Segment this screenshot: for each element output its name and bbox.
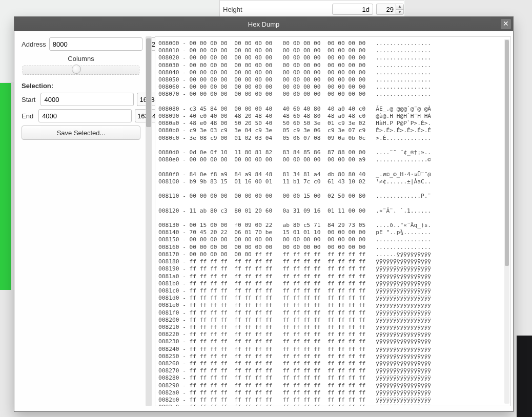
address-hex-input[interactable] (49, 37, 142, 51)
hex-content: 008000 - 00 00 00 00 00 00 00 00 00 00 0… (155, 37, 510, 406)
spinner-down-icon[interactable]: ▼ (396, 10, 403, 15)
end-hex-input[interactable] (38, 109, 132, 122)
start-hex-input[interactable] (40, 93, 134, 106)
dialog-title: Hex Dump (248, 20, 279, 28)
spinner-up-icon[interactable]: ▲ (396, 4, 403, 10)
background-green-strip (0, 83, 11, 290)
columns-slider[interactable] (23, 66, 139, 75)
scrollbar-thumb[interactable] (505, 40, 509, 266)
close-icon: ✕ (503, 19, 509, 28)
height-hex-input[interactable] (332, 4, 373, 15)
panel-divider-scrollbar[interactable] (146, 36, 152, 406)
close-button[interactable]: ✕ (501, 19, 511, 29)
dialog-titlebar[interactable]: Hex Dump ✕ (14, 17, 513, 31)
background-dark-strip (517, 336, 532, 417)
save-selected-button[interactable]: Save Selected... (22, 126, 140, 140)
columns-label: Columns (22, 55, 140, 62)
selection-label: Selection: (22, 82, 140, 90)
hex-scrollbar[interactable] (504, 39, 509, 404)
scrollbar-thumb[interactable] (146, 38, 151, 127)
end-label: End (22, 112, 35, 120)
hex-view[interactable]: 008000 - 00 00 00 00 00 00 00 00 00 00 0… (155, 36, 511, 406)
slider-thumb[interactable] (72, 65, 81, 74)
height-dec-input[interactable] (376, 4, 396, 15)
height-label: Height (223, 6, 329, 13)
left-panel: Address ▲ ▼ Columns Selection: Start (14, 31, 146, 411)
address-label: Address (22, 40, 46, 48)
start-label: Start (22, 96, 37, 103)
hex-dump-dialog: Hex Dump ✕ Address ▲ ▼ Columns (14, 16, 514, 412)
height-spinner[interactable]: ▲ ▼ (396, 4, 404, 15)
height-property-row: Height ▲ ▼ (219, 0, 404, 18)
